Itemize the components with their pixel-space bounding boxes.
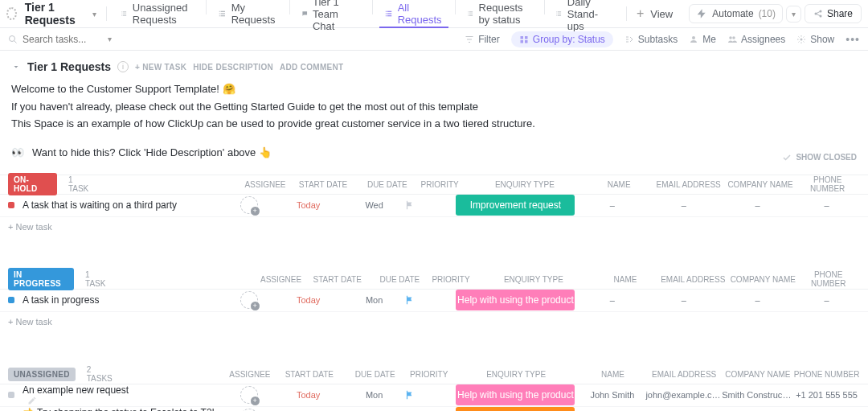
description-body: Welcome to the Customer Support Template…: [11, 81, 857, 132]
collapse-icon[interactable]: [11, 62, 21, 72]
new-task-action[interactable]: + NEW TASK: [135, 63, 186, 72]
email-cell[interactable]: –: [645, 200, 722, 210]
svg-point-12: [800, 38, 803, 40]
name-cell[interactable]: –: [579, 295, 645, 305]
due-date-cell[interactable]: Wed: [344, 200, 404, 210]
task-row[interactable]: An example new request Today Mon Help wi…: [0, 384, 868, 407]
description-block: Tier 1 Requests i + NEW TASK HIDE DESCRI…: [0, 51, 868, 175]
status-pill[interactable]: UNASSIGNED: [8, 368, 76, 381]
company-cell[interactable]: –: [722, 295, 793, 305]
me-button[interactable]: Me: [689, 34, 716, 45]
tab-my-requests[interactable]: My Requests: [213, 0, 283, 28]
add-assignee-icon[interactable]: [240, 386, 258, 404]
tab-requests-by-status[interactable]: Requests by status: [462, 0, 538, 28]
priority-cell[interactable]: [404, 294, 452, 306]
flag-icon[interactable]: [404, 199, 416, 211]
email-cell[interactable]: john@example.com: [645, 390, 722, 400]
task-name[interactable]: A task that is waiting on a third party: [23, 199, 225, 211]
assignee-cell[interactable]: [225, 291, 272, 309]
company-cell[interactable]: –: [722, 200, 793, 210]
people-icon: [727, 35, 737, 44]
share-button[interactable]: Share: [805, 4, 862, 23]
tab-tier-1-team-chat[interactable]: Tier 1 Team Chat: [297, 0, 366, 28]
more-icon[interactable]: •••: [845, 33, 860, 46]
status-pill[interactable]: IN PROGRESS: [8, 268, 74, 290]
share-icon: [813, 9, 823, 18]
search-input[interactable]: [23, 34, 103, 45]
name-cell[interactable]: John Smith: [579, 390, 645, 400]
enquiry-cell[interactable]: Report an issue: [452, 407, 579, 411]
priority-cell[interactable]: [404, 389, 452, 401]
task-count: 1 TASK: [85, 270, 110, 288]
add-view-icon[interactable]: +: [637, 6, 644, 21]
automate-dropdown[interactable]: ▾: [786, 6, 801, 23]
eyes-icon: 👀: [11, 146, 24, 158]
person-icon: [689, 35, 698, 44]
phone-cell[interactable]: –: [793, 295, 860, 305]
chevron-down-icon[interactable]: ▾: [92, 10, 96, 18]
start-date-cell[interactable]: Today: [272, 390, 344, 400]
search-icon: [8, 35, 18, 44]
assignee-cell[interactable]: [225, 386, 272, 404]
view-button[interactable]: View: [650, 8, 673, 20]
subtasks-button[interactable]: Subtasks: [624, 34, 678, 45]
tab-label: Requests by status: [479, 2, 533, 26]
tab-label: Unassigned Requests: [133, 2, 195, 26]
svg-rect-7: [520, 40, 523, 43]
add-comment-action[interactable]: ADD COMMENT: [280, 63, 343, 72]
task-count: 1 TASK: [68, 175, 94, 193]
chevron-down-icon[interactable]: ▾: [108, 35, 112, 43]
enquiry-cell[interactable]: Help with using the product: [452, 290, 579, 310]
filter-button[interactable]: Filter: [465, 34, 500, 45]
tab-all-requests[interactable]: All Requests: [379, 0, 449, 28]
tab-daily-stand-ups[interactable]: Daily Stand-ups: [551, 0, 616, 28]
start-date-cell[interactable]: Today: [272, 295, 344, 305]
svg-line-4: [14, 40, 17, 43]
svg-rect-8: [525, 40, 528, 43]
add-assignee-icon[interactable]: [240, 291, 258, 309]
group-header: ON-HOLD1 TASKASSIGNEESTART DATEDUE DATEP…: [0, 175, 868, 195]
space-title[interactable]: Tier 1 Requests: [25, 1, 86, 27]
task-name[interactable]: An example new request: [23, 384, 225, 405]
status-square[interactable]: [8, 202, 14, 208]
flag-icon[interactable]: [404, 389, 416, 401]
svg-rect-6: [525, 36, 528, 39]
list-toolbar: ▾ Filter Group by: Status Subtasks Me As…: [0, 28, 868, 51]
name-cell[interactable]: –: [579, 200, 645, 210]
due-date-cell[interactable]: Mon: [344, 295, 404, 305]
start-date-cell[interactable]: Today: [272, 200, 344, 210]
task-row[interactable]: A task in progress Today Mon Help with u…: [0, 290, 868, 312]
priority-cell[interactable]: [404, 199, 452, 211]
email-cell[interactable]: –: [645, 295, 722, 305]
status-pill[interactable]: ON-HOLD: [8, 173, 57, 195]
due-date-cell[interactable]: Mon: [344, 390, 404, 400]
status-square[interactable]: [8, 392, 14, 398]
tab-unassigned-requests[interactable]: Unassigned Requests: [116, 0, 199, 28]
show-button[interactable]: Show: [796, 34, 834, 45]
task-row[interactable]: 👈 Try changing the status to Escalate to…: [0, 407, 868, 412]
bolt-icon: [696, 8, 707, 19]
status-square[interactable]: [8, 297, 14, 303]
enquiry-cell[interactable]: Improvement request: [452, 195, 579, 216]
new-task-button[interactable]: + New task: [0, 312, 868, 338]
groupby-chip[interactable]: Group by: Status: [511, 31, 613, 47]
company-cell[interactable]: Smith Construction: [722, 390, 793, 400]
task-name[interactable]: 👈 Try changing the status to Escalate to…: [23, 407, 225, 411]
new-task-button[interactable]: + New task: [0, 217, 868, 243]
info-icon[interactable]: i: [117, 61, 129, 72]
flag-icon[interactable]: [404, 294, 416, 306]
task-row[interactable]: A task that is waiting on a third party …: [0, 195, 868, 217]
phone-cell[interactable]: –: [793, 200, 860, 210]
edit-icon[interactable]: [27, 396, 37, 405]
phone-cell[interactable]: +1 201 555 555: [793, 390, 860, 400]
hide-description-action[interactable]: HIDE DESCRIPTION: [193, 63, 273, 72]
task-name[interactable]: A task in progress: [23, 294, 225, 306]
assignees-button[interactable]: Assignees: [727, 34, 785, 45]
enquiry-cell[interactable]: Help with using the product: [452, 384, 579, 405]
svg-point-10: [729, 36, 732, 39]
assignee-cell[interactable]: [225, 196, 272, 214]
add-assignee-icon[interactable]: [240, 196, 258, 214]
tab-label: My Requests: [231, 2, 278, 26]
list-title: Tier 1 Requests: [27, 60, 111, 73]
automate-button[interactable]: Automate (10): [689, 4, 783, 23]
